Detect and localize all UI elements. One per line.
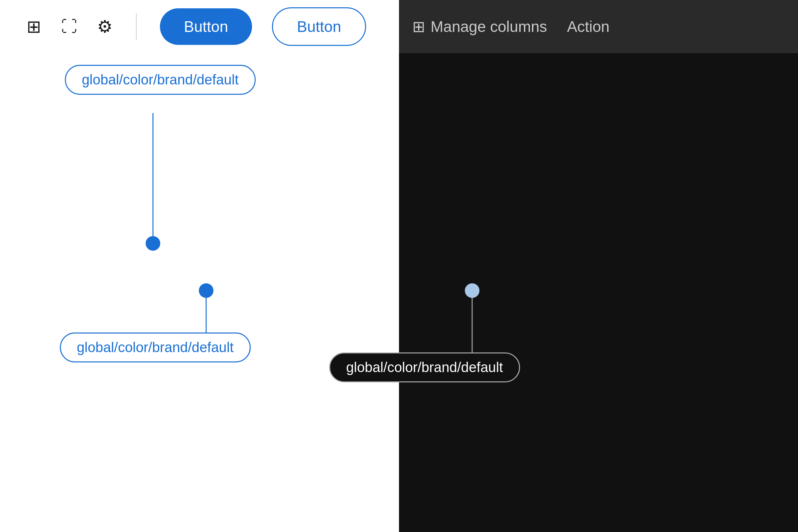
canvas: ⊞ ⛶ ⚙ Button Button ⊞ Manage columns Act… (0, 0, 798, 532)
manage-columns-icon: ⊞ (412, 18, 425, 36)
top-anchor-dot (146, 236, 160, 251)
toolbar-left: ⊞ ⛶ ⚙ Button Button (0, 0, 399, 53)
toolbar-divider (136, 13, 137, 40)
settings-icon[interactable]: ⚙ (97, 18, 113, 35)
dark-anchor-dot (465, 283, 479, 298)
bottom-annotation-label: global/color/brand/default (60, 332, 251, 362)
outline-button-left[interactable]: Button (272, 7, 366, 46)
toolbar-right: ⊞ Manage columns Action (399, 0, 798, 53)
columns-icon[interactable]: ⊞ (26, 18, 41, 35)
toolbar-strip: ⊞ ⛶ ⚙ Button Button ⊞ Manage columns Act… (0, 0, 798, 53)
action-text[interactable]: Action (567, 18, 609, 36)
top-annotation-label: global/color/brand/default (65, 65, 256, 95)
manage-columns-label: Manage columns (431, 18, 547, 36)
expand-icon[interactable]: ⛶ (61, 19, 77, 35)
bottom-anchor-dot (199, 283, 213, 298)
dark-bottom-annotation-label: global/color/brand/default (329, 353, 520, 382)
right-panel (399, 0, 798, 532)
manage-columns-button[interactable]: ⊞ Manage columns (412, 18, 547, 36)
primary-button[interactable]: Button (160, 8, 252, 45)
